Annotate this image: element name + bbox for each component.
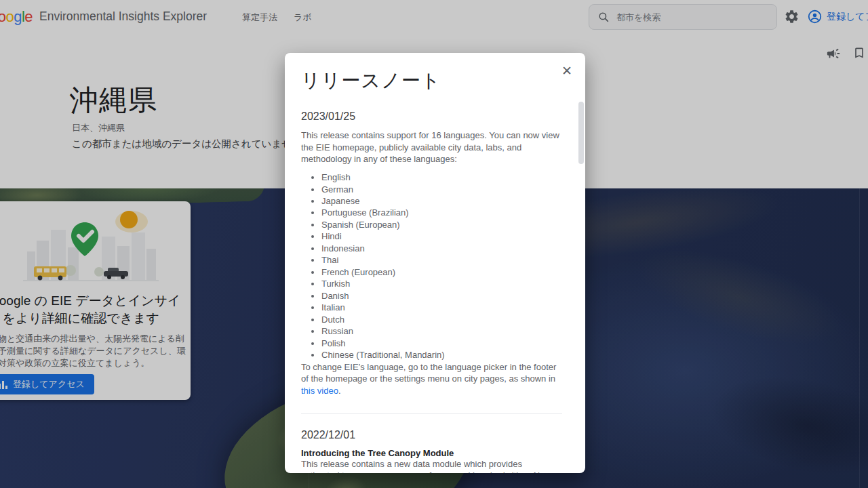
- tree-canopy-heading: Introducing the Tree Canopy Module: [301, 448, 562, 458]
- outro-text: To change EIE’s language, go to the lang…: [301, 362, 556, 384]
- language-item: Dutch: [321, 314, 562, 325]
- language-item: Spanish (European): [321, 219, 562, 230]
- language-item: Polish: [321, 338, 562, 349]
- language-item: French (European): [321, 266, 562, 278]
- language-item: Portuguese (Brazilian): [321, 207, 562, 218]
- release-date-2023: 2023/01/25: [301, 110, 562, 123]
- language-item: Chinese (Traditional, Mandarin): [321, 349, 562, 361]
- release-date-2022: 2022/12/01: [301, 429, 562, 441]
- language-item: Russian: [321, 325, 562, 337]
- release-notes-dialog: ✕ リリースノート 2023/01/25 This release contai…: [285, 53, 585, 473]
- language-item: Danish: [321, 290, 562, 302]
- outro-period: .: [338, 386, 341, 396]
- release-body-2022: This release contains a new data module …: [301, 458, 562, 473]
- modal-scrollbar-thumb[interactable]: [578, 102, 584, 164]
- release-intro-2023: This release contains support for 16 lan…: [301, 129, 562, 165]
- language-item: Turkish: [321, 278, 562, 289]
- release-outro-2023: To change EIE’s language, go to the lang…: [301, 361, 562, 397]
- close-icon[interactable]: ✕: [558, 62, 576, 80]
- language-list: EnglishGermanJapanesePortuguese (Brazili…: [301, 171, 562, 361]
- language-item: Thai: [321, 254, 562, 266]
- language-item: Italian: [321, 302, 562, 313]
- language-item: Japanese: [321, 195, 562, 207]
- language-item: German: [321, 184, 562, 195]
- app-window: Google Environmental Insights Explorer 算…: [0, 0, 868, 488]
- this-video-link[interactable]: this video: [301, 386, 338, 396]
- language-item: Indonesian: [321, 243, 562, 254]
- dialog-title: リリースノート: [301, 68, 562, 94]
- section-divider: [301, 413, 562, 414]
- language-item: English: [321, 171, 562, 183]
- language-item: Hindi: [321, 230, 562, 242]
